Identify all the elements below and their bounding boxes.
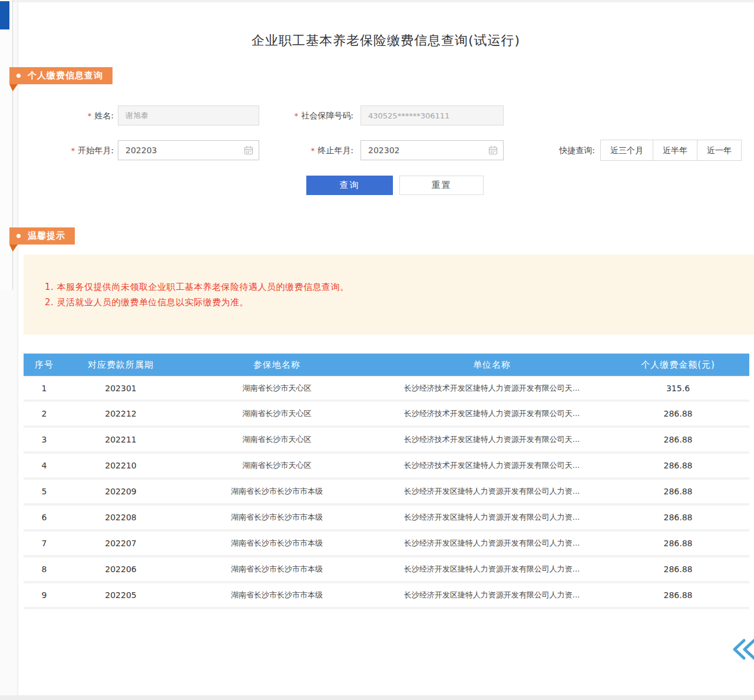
table-cell: 286.88 [607,513,749,522]
table-cell: 长沙经济技术开发区捷特人力资源开发有限公司天... [377,434,607,445]
table-cell: 湖南省长沙市长沙市市本级 [177,590,377,600]
table-cell: 286.88 [607,409,749,418]
end-month-input[interactable] [361,140,504,160]
required-asterisk: * [311,146,315,155]
results-table-header: 序号 对应费款所属期 参保地名称 单位名称 个人缴费金额(元) [24,354,749,376]
table-cell: 202205 [65,590,177,600]
quick-query-label: 快捷查询: [547,140,595,160]
brand-blue-tab [0,1,9,29]
table-row: 7202207湖南省长沙市长沙市市本级长沙经济开发区捷特人力资源开发有限公司人力… [24,531,749,557]
table-cell: 286.88 [607,435,749,444]
table-cell: 长沙经济开发区捷特人力资源开发有限公司人力资... [377,512,607,523]
column-header-amount: 个人缴费金额(元) [607,359,749,371]
table-cell: 湖南省长沙市长沙市市本级 [177,538,377,549]
start-month-input[interactable] [118,140,259,160]
query-button[interactable]: 查询 [306,176,393,195]
calendar-icon[interactable] [488,146,498,155]
table-cell: 202208 [65,513,177,522]
section-badge-tips-label: 温馨提示 [28,230,65,242]
required-asterisk: * [88,111,92,120]
table-cell: 286.88 [607,461,749,470]
double-left-chevron-icon[interactable] [729,638,754,661]
table-row: 6202208湖南省长沙市长沙市市本级长沙经济开发区捷特人力资源开发有限公司人力… [24,506,749,531]
table-cell: 286.88 [607,590,749,600]
table-cell: 长沙经济开发区捷特人力资源开发有限公司人力资... [377,564,607,574]
table-cell: 长沙经济开发区捷特人力资源开发有限公司人力资... [377,538,607,549]
table-cell: 315.6 [607,384,749,393]
table-cell: 202210 [65,461,177,470]
table-cell: 长沙经济开发区捷特人力资源开发有限公司人力资... [377,486,607,497]
required-asterisk: * [295,111,299,120]
table-cell: 7 [24,539,65,548]
table-cell: 2 [24,409,65,418]
ssn-input[interactable] [361,105,504,126]
results-table: 序号 对应费款所属期 参保地名称 单位名称 个人缴费金额(元) 1202301湖… [24,354,749,609]
table-cell: 长沙经济技术开发区捷特人力资源开发有限公司天... [377,383,607,394]
table-cell: 8 [24,564,65,574]
table-cell: 长沙经济技术开发区捷特人力资源开发有限公司天... [377,408,607,419]
table-cell: 4 [24,461,65,470]
table-cell: 3 [24,435,65,444]
tip-line-1: 1. 本服务仅提供尚未领取企业职工基本养老保险待遇人员的缴费信息查询。 [45,279,736,295]
table-cell: 湖南省长沙市天心区 [177,383,377,394]
section-badge-query: 个人缴费信息查询 [9,67,113,84]
table-cell: 286.88 [607,564,749,574]
table-cell: 湖南省长沙市长沙市市本级 [177,486,377,497]
quick-option-3months[interactable]: 近三个月 [600,140,653,161]
table-cell: 202209 [65,487,177,496]
table-cell: 湖南省长沙市天心区 [177,460,377,471]
table-row: 1202301湖南省长沙市天心区长沙经济技术开发区捷特人力资源开发有限公司天..… [24,376,749,402]
page-canvas: 企业职工基本养老保险缴费信息查询(试运行) 个人缴费信息查询 *姓名: *社会保… [0,0,754,700]
end-month-label: *终止年月: [290,140,353,160]
column-header-period: 对应费款所属期 [65,359,177,371]
table-cell: 6 [24,513,65,522]
calendar-icon[interactable] [244,146,253,155]
column-header-company: 单位名称 [377,359,607,371]
bullet-icon [16,234,21,238]
section-badge-query-label: 个人缴费信息查询 [28,70,103,81]
page-title: 企业职工基本养老保险缴费信息查询(试运行) [18,32,754,49]
table-cell: 202207 [65,539,177,548]
column-header-region: 参保地名称 [177,359,377,371]
table-cell: 1 [24,384,65,393]
table-row: 2202212湖南省长沙市天心区长沙经济技术开发区捷特人力资源开发有限公司天..… [24,402,749,428]
table-cell: 202206 [65,564,177,574]
tips-box: 1. 本服务仅提供尚未领取企业职工基本养老保险待遇人员的缴费信息查询。 2. 灵… [24,255,754,335]
table-cell: 9 [24,590,65,600]
table-row: 4202210湖南省长沙市天心区长沙经济技术开发区捷特人力资源开发有限公司天..… [24,454,749,480]
name-label: *姓名: [59,105,114,126]
table-cell: 湖南省长沙市长沙市市本级 [177,564,377,574]
quick-option-1year[interactable]: 近一年 [697,140,742,161]
table-cell: 286.88 [607,487,749,496]
bottom-edge-strip [0,695,754,700]
table-cell: 湖南省长沙市天心区 [177,408,377,419]
ssn-label: *社会保障号码: [268,105,353,126]
table-cell: 202301 [65,384,177,393]
required-asterisk: * [71,146,75,155]
table-row: 5202209湖南省长沙市长沙市市本级长沙经济开发区捷特人力资源开发有限公司人力… [24,480,749,506]
table-cell: 湖南省长沙市长沙市市本级 [177,512,377,523]
quick-query-group: 近三个月 近半年 近一年 [601,140,742,161]
table-cell: 202211 [65,435,177,444]
table-row: 9202205湖南省长沙市长沙市市本级长沙经济开发区捷特人力资源开发有限公司人力… [24,583,749,609]
bullet-icon [16,74,21,78]
table-row: 8202206湖南省长沙市长沙市市本级长沙经济开发区捷特人力资源开发有限公司人力… [24,557,749,583]
name-input[interactable] [118,105,259,126]
reset-button[interactable]: 重置 [399,176,484,195]
table-row: 3202211湖南省长沙市天心区长沙经济技术开发区捷特人力资源开发有限公司天..… [24,428,749,454]
table-cell: 长沙经济技术开发区捷特人力资源开发有限公司天... [377,460,607,471]
quick-option-halfyear[interactable]: 近半年 [653,140,697,161]
table-cell: 湖南省长沙市天心区 [177,434,377,445]
tip-line-2: 2. 灵活就业人员的缴费单位信息以实际缴费为准。 [45,295,736,310]
table-cell: 202212 [65,409,177,418]
start-month-label: *开始年月: [50,140,114,160]
results-table-body: 1202301湖南省长沙市天心区长沙经济技术开发区捷特人力资源开发有限公司天..… [24,376,749,609]
table-cell: 5 [24,487,65,496]
column-header-index: 序号 [24,359,65,371]
table-cell: 286.88 [607,539,749,548]
section-badge-tips: 温馨提示 [9,227,75,245]
table-cell: 长沙经济开发区捷特人力资源开发有限公司人力资... [377,590,607,600]
